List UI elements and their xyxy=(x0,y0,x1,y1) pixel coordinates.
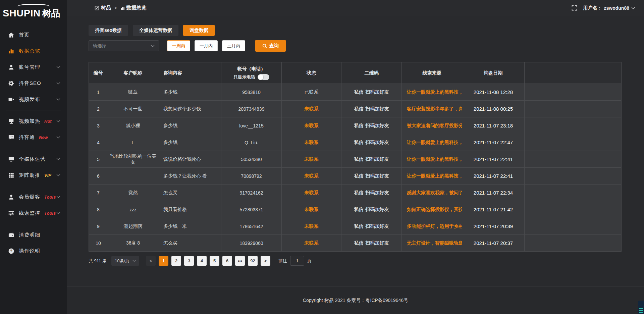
sidebar-item-account-management[interactable]: 账号管理 xyxy=(0,59,67,75)
qr-link[interactable]: 私信 xyxy=(354,190,364,195)
table-row: 7觉然怎么买917024162未联系私信扫码加好友感谢大家喜欢我家，被问了好..… xyxy=(89,185,622,201)
tab-inquiry-data[interactable]: 询盘数据 xyxy=(183,25,215,36)
cell-source[interactable]: 让你一眼就爱上的黑科技，能... xyxy=(402,151,462,168)
qr-link[interactable]: 私信 xyxy=(354,123,364,128)
page-button-1[interactable]: 1 xyxy=(159,256,168,266)
cell-source[interactable]: 被大家追着问的客厅投影分享... xyxy=(402,117,462,134)
cell-source[interactable]: 多功能护栏灯，适用于乡村文... xyxy=(402,218,462,235)
cell-no: 10 xyxy=(89,235,108,252)
sidebar-item-clue-monitor[interactable]: 线索监控Tools xyxy=(0,205,67,221)
sidebar-item-media-operation[interactable]: 全媒体运营 xyxy=(0,151,67,167)
page-button-92[interactable]: 92 xyxy=(248,256,258,266)
tab-douyin-seo-data[interactable]: 抖音seo数据 xyxy=(89,25,128,36)
cell-empty xyxy=(525,235,622,252)
qr-link[interactable]: 私信 xyxy=(354,207,364,212)
jump-suffix: 页 xyxy=(307,258,312,264)
user-menu[interactable]: 用户名：zswodun88 xyxy=(583,5,635,11)
cell-status: 未联系 xyxy=(282,235,341,252)
qr-link[interactable]: 私信 xyxy=(354,173,364,178)
cell-nickname: L xyxy=(108,134,158,151)
account-select[interactable]: 请选择 xyxy=(89,40,159,51)
gear-icon xyxy=(8,80,14,87)
phone-only-toggle[interactable] xyxy=(258,74,269,80)
table-row: 6多少钱？让我死心 看70898792未联系私信扫码加好友让你一眼就爱上的黑科技… xyxy=(89,168,622,185)
cell-empty xyxy=(525,134,622,151)
range-button-1[interactable]: 一月内 xyxy=(195,40,218,51)
table-row: 8zzz我只看价格572803371未联系私信扫码加好友如何正确选择投影仪，买投… xyxy=(89,201,622,218)
qr-link[interactable]: 扫码加好友 xyxy=(366,190,389,195)
qr-link[interactable]: 私信 xyxy=(354,240,364,246)
fullscreen-icon[interactable] xyxy=(572,5,577,11)
cell-nickname: 当地比较能吃的一位美女 xyxy=(108,151,158,168)
cell-source[interactable]: 无主灯设计，智能磁吸轨道灯... xyxy=(402,235,462,252)
qr-link[interactable]: 扫码加好友 xyxy=(366,240,389,246)
prev-page-button[interactable]: < xyxy=(146,256,156,266)
per-page-select[interactable]: 10条/页 xyxy=(111,256,139,266)
gridicon-icon xyxy=(8,172,14,178)
sidebar-item-label: 全媒体运营 xyxy=(19,156,46,162)
qr-link[interactable]: 私信 xyxy=(354,223,364,229)
cell-source[interactable]: 如何正确选择投影仪，买投影... xyxy=(402,201,462,218)
cell-qrcode: 私信扫码加好友 xyxy=(341,201,402,218)
qr-link[interactable]: 扫码加好友 xyxy=(366,106,389,111)
sidebar-item-home[interactable]: 首页 xyxy=(0,27,67,43)
cell-inquiry: 怎么买 xyxy=(158,235,221,252)
qr-link[interactable]: 私信 xyxy=(354,140,364,145)
sidebar-item-douketong[interactable]: 抖客通New xyxy=(0,129,67,145)
table-row: 1啵章多少钱9583810已联系私信扫码加好友让你一眼就爱上的黑科技，能...2… xyxy=(89,84,622,101)
range-button-0[interactable]: 一周内 xyxy=(167,40,190,51)
breadcrumb-chart-icon xyxy=(120,6,125,10)
cell-source[interactable]: 让你一眼就爱上的黑科技，能... xyxy=(402,134,462,151)
logo-arc-decoration xyxy=(17,4,50,9)
cell-inquiry: 说说价格让我死心 xyxy=(158,151,221,168)
chevron-down-icon xyxy=(56,136,60,139)
sidebar-item-label: 会员爆客 xyxy=(19,194,40,200)
breadcrumb-home-icon xyxy=(95,6,99,10)
next-page-button[interactable]: > xyxy=(261,256,270,266)
jump-page-input[interactable] xyxy=(290,256,304,266)
sidebar-item-consumption-detail[interactable]: 消费明细 xyxy=(0,227,67,243)
sidebar-item-operation-guide[interactable]: ?操作说明 xyxy=(0,243,67,259)
qr-link[interactable]: 私信 xyxy=(354,106,364,111)
qr-link[interactable]: 扫码加好友 xyxy=(366,140,389,145)
cell-nickname: zzz xyxy=(108,201,158,218)
qr-link[interactable]: 扫码加好友 xyxy=(366,123,389,128)
cell-nickname: 狐小狸 xyxy=(108,117,158,134)
question-icon: ? xyxy=(8,248,14,254)
sidebar-item-matrix-boost[interactable]: 矩阵助推VIP xyxy=(0,167,67,183)
sidebar-item-video-heat[interactable]: 视频加热Hot xyxy=(0,113,67,129)
pagination: 共 911 条 10条/页 < 123456•••92 > 前往 页 xyxy=(89,256,644,266)
qr-link[interactable]: 私信 xyxy=(354,156,364,162)
page-button-3[interactable]: 3 xyxy=(184,256,194,266)
cell-source[interactable]: 客厅安装投影半年多了，真实... xyxy=(402,101,462,117)
chevron-down-icon xyxy=(132,260,136,262)
sidebar-item-data-overview[interactable]: 数据总览 xyxy=(0,43,67,59)
sidebar-item-member-baoke[interactable]: 会员爆客Tools xyxy=(0,189,67,205)
sidebar-item-video-publish[interactable]: 视频发布 xyxy=(0,91,67,107)
qr-link[interactable]: 扫码加好友 xyxy=(366,173,389,178)
query-button[interactable]: 查询 xyxy=(255,40,286,52)
qr-link[interactable]: 扫码加好友 xyxy=(366,207,389,212)
page-ellipsis-button[interactable]: ••• xyxy=(235,256,245,266)
page-button-5[interactable]: 5 xyxy=(210,256,219,266)
range-button-2[interactable]: 三月内 xyxy=(222,40,245,51)
account-column-title: 帐号（电话） xyxy=(221,66,281,72)
sidebar-item-douyin-seo[interactable]: 抖音SEO xyxy=(0,75,67,91)
cell-source[interactable]: 让你一眼就爱上的黑科技，能... xyxy=(402,168,462,185)
brand-logo[interactable]: SHUPIN树品 xyxy=(0,3,67,22)
tab-media-operation-data[interactable]: 全媒体运营数据 xyxy=(133,25,178,36)
qr-link[interactable]: 扫码加好友 xyxy=(366,89,389,95)
page-button-2[interactable]: 2 xyxy=(171,256,181,266)
page-button-4[interactable]: 4 xyxy=(197,256,207,266)
home-icon xyxy=(8,32,14,38)
qr-link[interactable]: 私信 xyxy=(354,89,364,95)
cell-empty xyxy=(525,218,622,235)
qr-link[interactable]: 扫码加好友 xyxy=(366,223,389,229)
cell-source[interactable]: 让你一眼就爱上的黑科技，能... xyxy=(402,84,462,101)
breadcrumb-home[interactable]: 树品 xyxy=(101,5,111,11)
cell-qrcode: 私信扫码加好友 xyxy=(341,151,402,168)
page-button-6[interactable]: 6 xyxy=(222,256,232,266)
qr-link[interactable]: 扫码加好友 xyxy=(366,156,389,162)
floating-widget[interactable] xyxy=(638,301,644,314)
cell-source[interactable]: 感谢大家喜欢我家，被问了好... xyxy=(402,185,462,201)
